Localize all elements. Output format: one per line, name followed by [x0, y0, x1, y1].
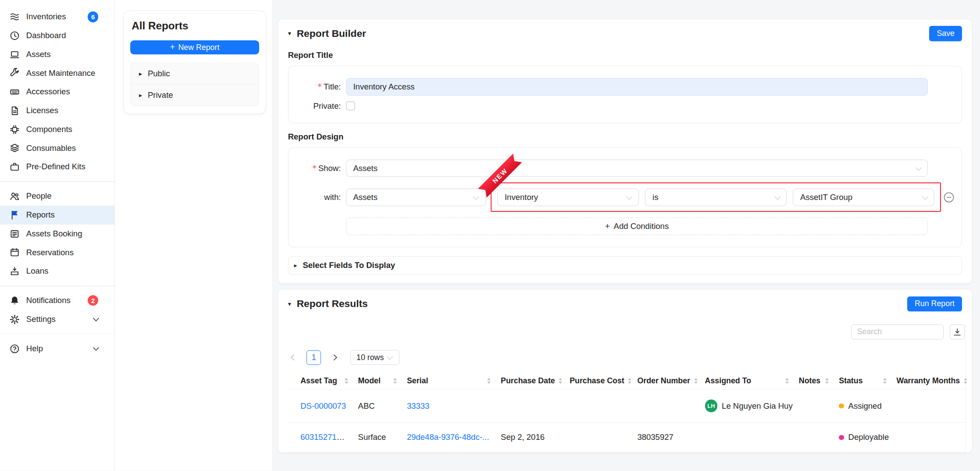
- sidebar-item-assets[interactable]: Assets: [0, 45, 114, 64]
- caret-right-icon: ▸: [294, 262, 297, 268]
- sidebar-item-assets-booking[interactable]: Assets Booking: [0, 225, 114, 243]
- report-results-card: ▾ Report Results Run Report 1: [278, 289, 973, 453]
- column-header-purchase-cost[interactable]: Purchase Cost: [565, 372, 632, 389]
- download-icon: [953, 328, 962, 336]
- sidebar-item-help[interactable]: Help: [0, 339, 114, 358]
- loans-icon: [9, 266, 20, 276]
- title-input[interactable]: [346, 78, 928, 96]
- collapse-caret-down-icon[interactable]: ▾: [288, 30, 291, 36]
- sidebar: Inventories6DashboardAssetsAsset Mainten…: [0, 0, 115, 471]
- warranty-months-cell: [891, 389, 966, 422]
- sidebar-item-dashboard[interactable]: Dashboard: [0, 26, 114, 45]
- next-page-button[interactable]: [328, 352, 340, 363]
- private-checkbox[interactable]: [346, 101, 355, 111]
- sidebar-item-reports[interactable]: Reports: [0, 206, 114, 225]
- serial-link[interactable]: 29de48a-9376-48dc-...: [407, 432, 489, 442]
- chevron-down-icon: [922, 193, 928, 200]
- purchase-cost-cell: [565, 389, 632, 422]
- sidebar-item-notifications[interactable]: Notifications2: [0, 291, 114, 310]
- new-report-label: New Report: [178, 43, 219, 52]
- required-marker: *: [317, 82, 321, 91]
- assets-booking-icon: [9, 228, 20, 239]
- select-fields-toggle[interactable]: ▸ Select Fields To Display: [288, 256, 962, 275]
- sidebar-item-inventories[interactable]: Inventories6: [0, 7, 114, 26]
- sidebar-item-consumables[interactable]: Consumables: [0, 139, 114, 157]
- page-number-button[interactable]: 1: [306, 350, 321, 365]
- help-icon: [9, 343, 20, 354]
- download-button[interactable]: [950, 325, 965, 339]
- column-header-status[interactable]: Status: [834, 372, 891, 389]
- sort-icon: [825, 378, 829, 384]
- show-select-value: Assets: [353, 164, 378, 173]
- table-header-row: Asset TagModelSerialPurchase DatePurchas…: [288, 372, 966, 389]
- chevron-right-icon: [331, 354, 337, 360]
- sidebar-item-label: Reports: [26, 210, 55, 220]
- asset-tag-link[interactable]: DS-0000073: [300, 401, 346, 410]
- prev-page-button[interactable]: [288, 352, 299, 363]
- purchase-date-cell: [496, 389, 565, 422]
- save-button[interactable]: Save: [929, 26, 962, 41]
- sidebar-item-components[interactable]: Components: [0, 120, 114, 139]
- sort-icon: [785, 378, 789, 384]
- column-header-serial[interactable]: Serial: [402, 372, 496, 389]
- condition-operator-select[interactable]: is: [645, 189, 787, 206]
- sidebar-item-accessories[interactable]: Accessories: [0, 82, 114, 101]
- new-report-button[interactable]: + New Report: [130, 40, 259, 55]
- notifications-icon: [9, 295, 20, 306]
- sort-icon: [883, 378, 887, 384]
- report-group-private[interactable]: ▸Private: [131, 84, 258, 105]
- run-report-button[interactable]: Run Report: [907, 296, 962, 311]
- sidebar-item-loans[interactable]: Loans: [0, 262, 114, 281]
- column-header-asset-tag[interactable]: Asset Tag: [288, 372, 353, 389]
- sidebar-item-people[interactable]: People: [0, 187, 114, 206]
- private-label: Private:: [289, 101, 346, 111]
- asset-maintenance-icon: [9, 68, 20, 78]
- sidebar-item-reservations[interactable]: Reservations: [0, 243, 114, 262]
- sidebar-item-label: Accessories: [26, 87, 70, 96]
- rows-per-page-value: 10 rows: [356, 353, 384, 362]
- chevron-left-icon: [290, 354, 296, 360]
- main-content: ▾ Report Builder Save Report Title *Titl…: [272, 0, 980, 471]
- condition-field-select[interactable]: Inventory: [497, 189, 639, 206]
- sidebar-divider: [0, 334, 114, 334]
- sort-icon: [487, 378, 491, 384]
- column-header-warranty-months[interactable]: Warranty Months: [891, 372, 966, 389]
- plus-icon: +: [605, 222, 610, 230]
- notes-cell: [794, 422, 834, 453]
- column-header-assigned-to[interactable]: Assigned To: [700, 372, 794, 389]
- chevron-down-icon: [774, 193, 780, 200]
- column-header-purchase-date[interactable]: Purchase Date: [496, 372, 565, 389]
- chevron-down-icon: [387, 354, 393, 360]
- with-select[interactable]: Assets: [346, 189, 486, 206]
- rows-per-page-select[interactable]: 10 rows: [350, 350, 399, 365]
- sidebar-item-label: Licenses: [26, 106, 58, 115]
- sidebar-item-label: Components: [26, 125, 72, 134]
- status-dot: [839, 435, 844, 440]
- column-header-model[interactable]: Model: [353, 372, 402, 389]
- sidebar-item-asset-maintenance[interactable]: Asset Maintenance: [0, 64, 114, 82]
- sidebar-item-licenses[interactable]: Licenses: [0, 101, 114, 120]
- asset-tag-link[interactable]: 603152718-9123: [300, 432, 353, 442]
- sidebar-item-label: Notifications: [26, 296, 71, 305]
- sidebar-item-pre-defined-kits[interactable]: Pre-Defined Kits: [0, 157, 114, 176]
- add-conditions-button[interactable]: + Add Conditions: [346, 218, 928, 235]
- column-header-order-number[interactable]: Order Number: [632, 372, 700, 389]
- condition-operator-value: is: [652, 193, 658, 202]
- people-icon: [9, 191, 20, 201]
- minus-circle-icon: [944, 192, 954, 203]
- condition-value-select[interactable]: AssetIT Group: [793, 189, 934, 206]
- remove-condition-button[interactable]: [944, 192, 954, 203]
- column-header-notes[interactable]: Notes: [794, 372, 834, 389]
- table-row: DS-0000073ABC33333LHLe Nguyen Gia HuyAss…: [288, 389, 966, 422]
- pre-defined-kits-icon: [9, 161, 20, 172]
- serial-link[interactable]: 33333: [407, 401, 430, 410]
- chevron-down-icon: [915, 164, 921, 171]
- report-group-public[interactable]: ▸Public: [131, 63, 258, 84]
- search-input[interactable]: [851, 325, 944, 339]
- sidebar-item-settings[interactable]: Settings: [0, 310, 114, 329]
- show-select[interactable]: Assets: [346, 160, 928, 177]
- sidebar-item-label: Help: [26, 344, 43, 353]
- inventories-icon: [9, 11, 20, 22]
- collapse-caret-down-icon[interactable]: ▾: [288, 301, 291, 307]
- purchase-cost-cell: [565, 422, 632, 453]
